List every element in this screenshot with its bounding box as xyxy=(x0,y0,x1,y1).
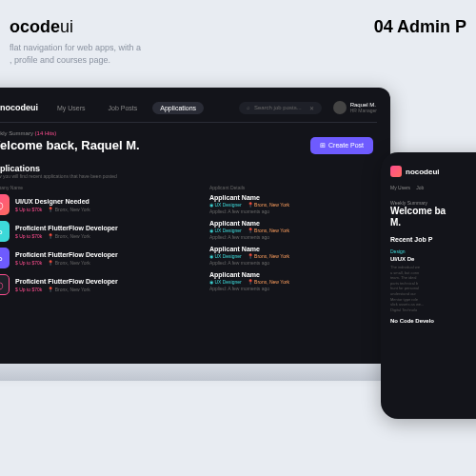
col-company: Company Name xyxy=(0,185,152,190)
plus-icon: ⊞ xyxy=(320,142,326,149)
applications-subtitle: Below you will find recent applications … xyxy=(0,173,373,179)
job-row[interactable]: ◐UI/UX Designer Needed$ Up to $70k📍 Bron… xyxy=(0,194,152,215)
job-row[interactable]: ∞Proficient FlutterFlow Developer$ Up to… xyxy=(0,221,152,242)
brand-logo: ocodeui xyxy=(10,17,73,37)
page-subtitle: flat navigation for web apps, with a, pr… xyxy=(10,42,141,66)
applicant-row[interactable]: Applicant Name◉ UX Designer📍 Bronx, New … xyxy=(209,194,373,214)
welcome-heading: Welcome back, Raquel M. xyxy=(0,138,140,152)
mobile-section: Recent Job P xyxy=(390,236,476,243)
applicant-row[interactable]: Applicant Name◉ UX Designer📍 Bronx, New … xyxy=(209,246,373,266)
tab-job-posts[interactable]: Job Posts xyxy=(101,102,146,114)
job-row[interactable]: ∞Proficient FlutterFlow Developer$ Up to… xyxy=(0,248,152,268)
applications-heading: Applications xyxy=(0,164,373,173)
company-icon: ◐ xyxy=(0,274,10,295)
applicant-row[interactable]: Applicant Name◉ UX Designer📍 Bronx, New … xyxy=(209,271,373,291)
company-icon: ∞ xyxy=(0,221,10,242)
mobile-job-title[interactable]: UI/UX De xyxy=(390,256,476,262)
tab-applications[interactable]: Applications xyxy=(152,102,204,114)
mobile-tab-users[interactable]: My Users xyxy=(390,185,410,190)
applicant-row[interactable]: Applicant Name◉ UX Designer📍 Bronx, New … xyxy=(209,220,373,240)
mobile-welcome: Welcome ba M. xyxy=(390,206,476,228)
search-icon: ⌕ xyxy=(247,105,250,110)
mobile-job-2[interactable]: No Code Develo xyxy=(390,318,476,324)
laptop-frame: nocodeui My Users Job Posts Applications… xyxy=(0,88,390,364)
app-logo[interactable]: nocodeui xyxy=(0,102,38,113)
create-post-button[interactable]: ⊞Create Post xyxy=(310,137,373,154)
nav-tabs: My Users Job Posts Applications xyxy=(50,102,204,114)
avatar xyxy=(333,101,347,114)
laptop-base xyxy=(0,364,409,381)
mobile-job-body: The individual we a small, but conn team… xyxy=(390,265,476,312)
mobile-tab-job[interactable]: Job xyxy=(416,185,424,190)
logo-icon xyxy=(390,166,402,177)
tab-my-users[interactable]: My Users xyxy=(50,102,93,114)
col-applicant: Applicant Details xyxy=(209,185,373,190)
company-icon: ◐ xyxy=(0,194,10,215)
phone-frame: nocodeui My UsersJob Weekly Summary Welc… xyxy=(381,152,476,419)
job-row[interactable]: ◐Proficient FlutterFlow Developer$ Up to… xyxy=(0,274,152,295)
company-icon: ∞ xyxy=(0,248,10,268)
search-input[interactable]: ⌕Search job posts... xyxy=(239,102,322,114)
mobile-logo[interactable]: nocodeui xyxy=(390,166,476,177)
mobile-category: Design xyxy=(390,248,476,254)
page-title: 04 Admin P xyxy=(374,17,466,37)
weekly-label: Weekly Summary (14 Hits) xyxy=(0,130,140,136)
user-menu[interactable]: Raquel M.HR Manager xyxy=(333,101,377,114)
